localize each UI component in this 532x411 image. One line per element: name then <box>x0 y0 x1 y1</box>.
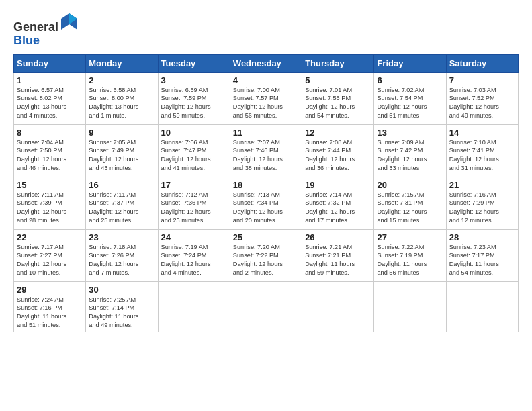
day-info: Sunrise: 7:12 AM Sunset: 7:36 PM Dayligh… <box>161 191 227 226</box>
day-info: Sunrise: 7:06 AM Sunset: 7:47 PM Dayligh… <box>161 138 227 173</box>
day-info: Sunrise: 7:11 AM Sunset: 7:39 PM Dayligh… <box>17 191 83 226</box>
calendar-day-cell: 22Sunrise: 7:17 AM Sunset: 7:27 PM Dayli… <box>14 229 86 281</box>
calendar-week-row: 15Sunrise: 7:11 AM Sunset: 7:39 PM Dayli… <box>14 177 519 229</box>
day-number: 12 <box>305 128 371 138</box>
logo-general: General <box>13 20 58 34</box>
calendar-week-row: 22Sunrise: 7:17 AM Sunset: 7:27 PM Dayli… <box>14 229 519 281</box>
col-wednesday: Wednesday <box>230 54 302 72</box>
calendar-week-row: 1Sunrise: 6:57 AM Sunset: 8:02 PM Daylig… <box>14 72 519 124</box>
day-info: Sunrise: 7:20 AM Sunset: 7:22 PM Dayligh… <box>233 243 299 278</box>
day-number: 29 <box>17 285 83 295</box>
logo: General Blue <box>13 12 79 48</box>
day-info: Sunrise: 7:11 AM Sunset: 7:37 PM Dayligh… <box>89 191 154 226</box>
day-number: 23 <box>89 232 154 242</box>
col-friday: Friday <box>374 54 446 72</box>
day-number: 6 <box>377 75 443 85</box>
calendar-day-cell: 19Sunrise: 7:14 AM Sunset: 7:32 PM Dayli… <box>302 177 374 229</box>
calendar-day-cell: 26Sunrise: 7:21 AM Sunset: 7:21 PM Dayli… <box>302 229 374 281</box>
col-tuesday: Tuesday <box>158 54 230 72</box>
day-info: Sunrise: 7:08 AM Sunset: 7:44 PM Dayligh… <box>305 138 371 173</box>
day-number: 16 <box>89 180 154 190</box>
calendar-day-cell: 27Sunrise: 7:22 AM Sunset: 7:19 PM Dayli… <box>374 229 446 281</box>
calendar-day-cell: 9Sunrise: 7:05 AM Sunset: 7:49 PM Daylig… <box>86 124 158 177</box>
day-info: Sunrise: 7:17 AM Sunset: 7:27 PM Dayligh… <box>17 243 83 278</box>
day-info: Sunrise: 6:58 AM Sunset: 8:00 PM Dayligh… <box>89 86 154 121</box>
day-number: 8 <box>17 128 83 138</box>
day-info: Sunrise: 7:22 AM Sunset: 7:19 PM Dayligh… <box>377 243 443 278</box>
day-number: 5 <box>305 75 371 85</box>
day-number: 4 <box>233 75 299 85</box>
col-thursday: Thursday <box>302 54 374 72</box>
day-number: 18 <box>233 180 299 190</box>
col-saturday: Saturday <box>446 54 518 72</box>
calendar-day-cell: 14Sunrise: 7:10 AM Sunset: 7:41 PM Dayli… <box>446 124 518 177</box>
day-info: Sunrise: 6:57 AM Sunset: 8:02 PM Dayligh… <box>17 86 83 121</box>
day-number: 14 <box>449 128 515 138</box>
calendar-page: General Blue Sunday Monday Tuesday Wedne… <box>0 0 532 411</box>
day-number: 21 <box>449 180 515 190</box>
calendar-week-row: 8Sunrise: 7:04 AM Sunset: 7:50 PM Daylig… <box>14 124 519 177</box>
day-number: 2 <box>89 75 154 85</box>
calendar-day-cell: 21Sunrise: 7:16 AM Sunset: 7:29 PM Dayli… <box>446 177 518 229</box>
day-info: Sunrise: 7:21 AM Sunset: 7:21 PM Dayligh… <box>305 243 371 278</box>
day-number: 24 <box>161 232 227 242</box>
day-info: Sunrise: 7:05 AM Sunset: 7:49 PM Dayligh… <box>89 138 154 173</box>
calendar-day-cell: 3Sunrise: 6:59 AM Sunset: 7:59 PM Daylig… <box>158 72 230 124</box>
logo-blue: Blue <box>13 34 40 47</box>
day-info: Sunrise: 7:15 AM Sunset: 7:31 PM Dayligh… <box>377 191 443 226</box>
calendar-day-cell: 10Sunrise: 7:06 AM Sunset: 7:47 PM Dayli… <box>158 124 230 177</box>
day-number: 1 <box>17 75 83 85</box>
calendar-day-cell: 17Sunrise: 7:12 AM Sunset: 7:36 PM Dayli… <box>158 177 230 229</box>
calendar-day-cell: 28Sunrise: 7:23 AM Sunset: 7:17 PM Dayli… <box>446 229 518 281</box>
calendar-day-cell: 6Sunrise: 7:02 AM Sunset: 7:54 PM Daylig… <box>374 72 446 124</box>
calendar-table: Sunday Monday Tuesday Wednesday Thursday… <box>13 54 519 333</box>
day-number: 13 <box>377 128 443 138</box>
day-number: 11 <box>233 128 299 138</box>
calendar-day-cell <box>374 281 446 332</box>
calendar-day-cell: 25Sunrise: 7:20 AM Sunset: 7:22 PM Dayli… <box>230 229 302 281</box>
day-number: 25 <box>233 232 299 242</box>
calendar-day-cell: 12Sunrise: 7:08 AM Sunset: 7:44 PM Dayli… <box>302 124 374 177</box>
day-number: 7 <box>449 75 515 85</box>
day-number: 9 <box>89 128 154 138</box>
calendar-day-cell: 5Sunrise: 7:01 AM Sunset: 7:55 PM Daylig… <box>302 72 374 124</box>
calendar-day-cell: 13Sunrise: 7:09 AM Sunset: 7:42 PM Dayli… <box>374 124 446 177</box>
calendar-day-cell: 8Sunrise: 7:04 AM Sunset: 7:50 PM Daylig… <box>14 124 86 177</box>
day-number: 20 <box>377 180 443 190</box>
calendar-day-cell <box>302 281 374 332</box>
calendar-day-cell: 4Sunrise: 7:00 AM Sunset: 7:57 PM Daylig… <box>230 72 302 124</box>
calendar-day-cell: 20Sunrise: 7:15 AM Sunset: 7:31 PM Dayli… <box>374 177 446 229</box>
day-number: 10 <box>161 128 227 138</box>
day-info: Sunrise: 7:04 AM Sunset: 7:50 PM Dayligh… <box>17 138 83 173</box>
page-header: General Blue <box>13 12 519 48</box>
day-number: 15 <box>17 180 83 190</box>
day-info: Sunrise: 7:19 AM Sunset: 7:24 PM Dayligh… <box>161 243 227 278</box>
day-number: 19 <box>305 180 371 190</box>
col-monday: Monday <box>86 54 158 72</box>
calendar-day-cell: 24Sunrise: 7:19 AM Sunset: 7:24 PM Dayli… <box>158 229 230 281</box>
day-info: Sunrise: 7:13 AM Sunset: 7:34 PM Dayligh… <box>233 191 299 226</box>
calendar-day-cell: 29Sunrise: 7:24 AM Sunset: 7:16 PM Dayli… <box>14 281 86 332</box>
calendar-day-cell: 2Sunrise: 6:58 AM Sunset: 8:00 PM Daylig… <box>86 72 158 124</box>
calendar-day-cell <box>158 281 230 332</box>
calendar-day-cell <box>230 281 302 332</box>
day-info: Sunrise: 7:00 AM Sunset: 7:57 PM Dayligh… <box>233 86 299 121</box>
calendar-day-cell: 7Sunrise: 7:03 AM Sunset: 7:52 PM Daylig… <box>446 72 518 124</box>
day-number: 3 <box>161 75 227 85</box>
calendar-day-cell: 18Sunrise: 7:13 AM Sunset: 7:34 PM Dayli… <box>230 177 302 229</box>
day-info: Sunrise: 7:25 AM Sunset: 7:14 PM Dayligh… <box>89 295 154 330</box>
day-number: 22 <box>17 232 83 242</box>
day-info: Sunrise: 7:01 AM Sunset: 7:55 PM Dayligh… <box>305 86 371 121</box>
calendar-day-cell: 11Sunrise: 7:07 AM Sunset: 7:46 PM Dayli… <box>230 124 302 177</box>
day-number: 30 <box>89 285 154 295</box>
day-info: Sunrise: 6:59 AM Sunset: 7:59 PM Dayligh… <box>161 86 227 121</box>
col-sunday: Sunday <box>14 54 86 72</box>
day-info: Sunrise: 7:16 AM Sunset: 7:29 PM Dayligh… <box>449 191 515 226</box>
day-info: Sunrise: 7:23 AM Sunset: 7:17 PM Dayligh… <box>449 243 515 278</box>
day-info: Sunrise: 7:10 AM Sunset: 7:41 PM Dayligh… <box>449 138 515 173</box>
calendar-day-cell: 15Sunrise: 7:11 AM Sunset: 7:39 PM Dayli… <box>14 177 86 229</box>
day-number: 27 <box>377 232 443 242</box>
day-info: Sunrise: 7:14 AM Sunset: 7:32 PM Dayligh… <box>305 191 371 226</box>
calendar-day-cell: 30Sunrise: 7:25 AM Sunset: 7:14 PM Dayli… <box>86 281 158 332</box>
calendar-day-cell: 1Sunrise: 6:57 AM Sunset: 8:02 PM Daylig… <box>14 72 86 124</box>
